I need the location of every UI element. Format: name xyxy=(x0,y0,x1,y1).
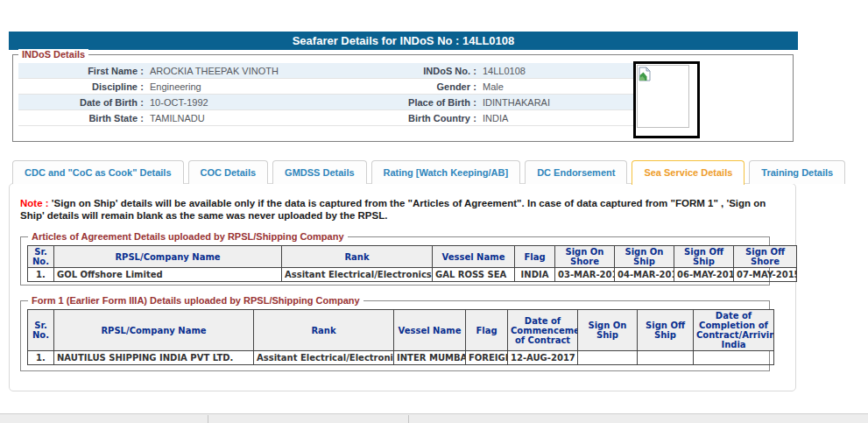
colon-separator xyxy=(470,95,479,110)
tab-gmdss-details[interactable]: GMDSS Details xyxy=(272,160,366,184)
table-cell: FOREIGN xyxy=(466,351,508,365)
table-cell xyxy=(694,351,774,365)
column-header: Sign Off Ship xyxy=(674,246,734,268)
table-cell: NAUTILUS SHIPPING INDIA PVT LTD. xyxy=(54,351,254,365)
table-cell: 04-MAR-2015 xyxy=(615,268,674,282)
articles-legend: Articles of Agreement Details uploaded b… xyxy=(28,231,348,242)
field-label: Discipline xyxy=(18,79,138,95)
tab-cdc-and-coc-as-cook-details[interactable]: CDC and "CoC as Cook" Details xyxy=(12,160,184,184)
colon-separator xyxy=(138,110,146,126)
sea-service-panel: Note : 'Sign on Ship' details will be av… xyxy=(9,183,796,391)
strip-divider xyxy=(408,415,409,423)
field-label: Birth Country xyxy=(332,110,470,126)
table-cell: 12-AUG-2017 xyxy=(508,351,578,365)
form1-legend: Form 1 (Earlier Form IIIA) Details uploa… xyxy=(28,295,363,306)
page: Seafarer Details for INDoS No : 14LL0108… xyxy=(0,0,868,423)
column-header: RPSL/Company Name xyxy=(54,310,254,351)
table-cell: Assitant Electrical/Electronics Officer xyxy=(254,351,394,365)
field-value: 14LL0108 xyxy=(479,63,633,79)
table-cell: INDIA xyxy=(515,268,555,282)
colon-separator xyxy=(470,110,479,126)
note-text: Note : 'Sign on Ship' details will be av… xyxy=(20,197,775,222)
table-cell: 1. xyxy=(28,268,54,282)
strip-divider xyxy=(208,415,208,423)
colon-separator xyxy=(470,79,479,95)
table-cell xyxy=(578,351,638,365)
tab-coc-details[interactable]: COC Details xyxy=(188,160,269,184)
tab-rating-watch-keeping-ab[interactable]: Rating [Watch Keeping/AB] xyxy=(371,160,521,184)
field-label: INDoS No. xyxy=(332,63,470,79)
indos-details-legend: INDoS Details xyxy=(18,49,88,60)
articles-of-agreement-fieldset: Articles of Agreement Details uploaded b… xyxy=(20,236,770,286)
table-cell: Assitant Electrical/Electronics Officer xyxy=(282,268,433,282)
table-cell: INTER MUMBAI xyxy=(394,351,466,365)
column-header: Flag xyxy=(466,310,508,351)
field-label: Birth State xyxy=(18,110,138,126)
column-header: Sign Off Shore xyxy=(734,246,797,268)
indos-info-row: Date of Birth10-OCT-1992Place of BirthID… xyxy=(18,95,633,110)
colon-separator xyxy=(138,79,146,95)
form1-fieldset: Form 1 (Earlier Form IIIA) Details uploa… xyxy=(20,300,770,371)
indos-info-row: DisciplineEngineeringGenderMale xyxy=(18,79,633,95)
bottom-scroll-strip[interactable] xyxy=(0,413,868,423)
indos-info-rows: First NameAROCKIA THEEPAK VINOTHINDoS No… xyxy=(18,63,633,126)
indos-info-row: Birth StateTAMILNADUBirth CountryINDIA xyxy=(18,110,633,126)
column-header: Sign On Shore xyxy=(555,246,615,268)
column-header: Sr. No. xyxy=(28,310,54,351)
colon-separator xyxy=(138,95,146,110)
table-cell: 1. xyxy=(28,351,54,365)
seafarer-photo xyxy=(633,61,700,138)
colon-separator xyxy=(138,63,146,79)
field-value: TAMILNADU xyxy=(146,110,332,126)
field-value: Male xyxy=(479,79,633,95)
articles-table: Sr. No.RPSL/Company NameRankVessel NameF… xyxy=(27,245,797,282)
field-value: AROCKIA THEEPAK VINOTH xyxy=(146,63,332,79)
photo-placeholder xyxy=(637,65,689,128)
table-row: 1.GOL Offshore LimitedAssitant Electrica… xyxy=(28,268,797,282)
table-row: 1.NAUTILUS SHIPPING INDIA PVT LTD.Assita… xyxy=(28,351,774,365)
column-header: Rank xyxy=(282,246,433,268)
table-cell: GOL Offshore Limited xyxy=(54,268,282,282)
field-value: IDINTHAKARAI xyxy=(479,95,633,110)
column-header: Flag xyxy=(515,246,555,268)
tab-bar: CDC and "CoC as Cook" DetailsCOC Details… xyxy=(12,160,845,185)
column-header: Vessel Name xyxy=(433,246,515,268)
field-label: First Name xyxy=(18,63,138,79)
table-cell: GAL ROSS SEA xyxy=(433,268,515,282)
broken-image-icon xyxy=(639,67,652,81)
table-header-row: Sr. No.RPSL/Company NameRankVessel NameF… xyxy=(28,246,797,268)
note-prefix: Note : xyxy=(20,198,49,208)
field-value: INDIA xyxy=(479,110,633,126)
column-header: Sign On Ship xyxy=(578,310,638,351)
tab-dc-endorsement[interactable]: DC Endorsement xyxy=(525,160,627,184)
field-label: Gender xyxy=(332,79,470,95)
column-header: RPSL/Company Name xyxy=(54,246,282,268)
table-cell: 07-MAY-2015 xyxy=(734,268,797,282)
table-cell: 06-MAY-2015 xyxy=(674,268,734,282)
table-header-row: Sr. No.RPSL/Company NameRankVessel NameF… xyxy=(28,310,774,351)
field-value: Engineering xyxy=(146,79,332,95)
note-body: 'Sign on Ship' details will be available… xyxy=(20,198,766,221)
column-header: Sign On Ship xyxy=(615,246,674,268)
field-label: Place of Birth xyxy=(332,95,470,110)
table-cell: 03-MAR-2015 xyxy=(555,268,615,282)
column-header: Sign Off Ship xyxy=(638,310,694,351)
page-title: Seafarer Details for INDoS No : 14LL0108 xyxy=(9,32,798,50)
column-header: Rank xyxy=(254,310,394,351)
column-header: Vessel Name xyxy=(394,310,466,351)
indos-details-fieldset: INDoS Details First NameAROCKIA THEEPAK … xyxy=(12,54,794,142)
column-header: Sr. No. xyxy=(28,246,54,268)
tab-training-details[interactable]: Training Details xyxy=(749,160,845,184)
colon-separator xyxy=(470,63,479,79)
column-header: Date of Commencement of Contract xyxy=(508,310,578,351)
field-value: 10-OCT-1992 xyxy=(146,95,332,110)
tab-sea-service-details[interactable]: Sea Service Details xyxy=(632,160,745,185)
form1-table: Sr. No.RPSL/Company NameRankVessel NameF… xyxy=(27,309,774,365)
field-label: Date of Birth xyxy=(18,95,138,110)
indos-info-row: First NameAROCKIA THEEPAK VINOTHINDoS No… xyxy=(18,63,633,79)
table-cell xyxy=(638,351,694,365)
column-header: Date of Completion of Contract/Arriving … xyxy=(694,310,774,351)
